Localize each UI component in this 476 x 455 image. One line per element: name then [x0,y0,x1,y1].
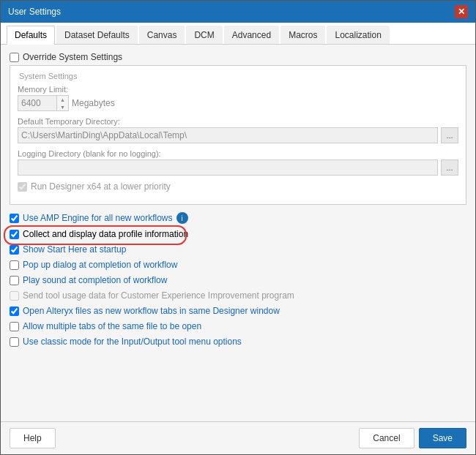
title-bar: User Settings ✕ [1,1,475,23]
close-button[interactable]: ✕ [455,5,468,18]
tab-bar: Defaults Dataset Defaults Canvas DCM Adv… [1,23,475,45]
log-dir-browse-button[interactable]: ... [441,159,458,176]
send-usage-row: Send tool usage data for Customer Experi… [10,290,466,301]
amp-engine-info-icon[interactable]: i [176,212,188,224]
open-alteryx-row: Open Alteryx files as new workflow tabs … [10,306,466,316]
cancel-button[interactable]: Cancel [359,428,414,448]
tab-dataset-defaults[interactable]: Dataset Defaults [56,26,138,44]
window-title: User Settings [8,7,61,17]
main-content: Override System Settings System Settings… [1,45,475,421]
show-start-here-checkbox[interactable] [10,245,19,255]
classic-mode-row: Use classic mode for the Input/Output to… [10,336,466,347]
temp-dir-input[interactable] [18,127,438,143]
play-sound-row: Play sound at completion of workflow [10,275,466,285]
log-dir-input[interactable] [18,159,438,176]
temp-dir-group: Default Temporary Directory: ... [18,117,458,143]
popup-completion-row: Pop up dialog at completion of workflow [10,260,466,270]
data-profile-label[interactable]: Collect and display data profile informa… [23,229,188,239]
system-settings-group: System Settings Memory Limit: ▲ ▼ Megaby… [10,65,466,205]
run-designer-row: Run Designer x64 at a lower priority [18,181,458,192]
classic-mode-checkbox[interactable] [10,337,19,347]
data-profile-row: Collect and display data profile informa… [10,229,466,239]
system-settings-legend: System Settings [18,72,458,80]
run-designer-checkbox[interactable] [18,182,27,192]
popup-completion-label[interactable]: Pop up dialog at completion of workflow [23,260,177,270]
multiple-tabs-label[interactable]: Allow multiple tabs of the same file to … [23,321,201,331]
log-dir-label: Logging Directory (blank for no logging)… [18,149,458,158]
log-dir-row: ... [18,159,458,176]
tab-macros[interactable]: Macros [280,26,325,44]
memory-spinbox[interactable]: ▲ ▼ [18,95,69,111]
multiple-tabs-row: Allow multiple tabs of the same file to … [10,321,466,331]
user-settings-window: User Settings ✕ Defaults Dataset Default… [0,0,476,455]
spinbox-up[interactable]: ▲ [57,96,68,103]
tab-canvas[interactable]: Canvas [139,26,185,44]
override-label[interactable]: Override System Settings [23,52,122,62]
tab-defaults[interactable]: Defaults [7,26,55,45]
multiple-tabs-checkbox[interactable] [10,322,19,331]
override-checkbox[interactable] [10,53,19,62]
memory-input[interactable] [18,96,56,110]
data-profile-checkbox[interactable] [10,230,19,239]
play-sound-checkbox[interactable] [10,276,19,285]
spinbox-down[interactable]: ▼ [57,103,68,110]
memory-limit-group: Memory Limit: ▲ ▼ Megabytes [18,85,458,111]
log-dir-group: Logging Directory (blank for no logging)… [18,149,458,176]
open-alteryx-label[interactable]: Open Alteryx files as new workflow tabs … [23,306,280,316]
amp-engine-checkbox[interactable] [10,214,19,223]
footer: Help Cancel Save [1,421,475,454]
send-usage-checkbox [10,291,19,301]
spinbox-arrows: ▲ ▼ [56,96,68,110]
footer-right: Cancel Save [359,428,466,448]
temp-dir-browse-button[interactable]: ... [441,127,458,143]
show-start-here-label[interactable]: Show Start Here at startup [23,244,126,255]
open-alteryx-checkbox[interactable] [10,307,19,316]
play-sound-label[interactable]: Play sound at completion of workflow [23,275,167,285]
tab-dcm[interactable]: DCM [186,26,222,44]
popup-completion-checkbox[interactable] [10,260,19,270]
send-usage-label: Send tool usage data for Customer Experi… [23,290,294,301]
classic-mode-label[interactable]: Use classic mode for the Input/Output to… [23,336,242,347]
tab-advanced[interactable]: Advanced [224,26,279,44]
show-start-here-row: Show Start Here at startup [10,244,466,255]
save-button[interactable]: Save [419,428,466,448]
amp-engine-label[interactable]: Use AMP Engine for all new workflows [23,213,173,223]
amp-engine-row: Use AMP Engine for all new workflows i [10,212,466,224]
memory-limit-label: Memory Limit: [18,85,458,94]
tab-localization[interactable]: Localization [327,26,389,44]
run-designer-label[interactable]: Run Designer x64 at a lower priority [31,181,171,192]
memory-limit-row: ▲ ▼ Megabytes [18,95,458,111]
memory-unit: Megabytes [72,98,115,108]
temp-dir-row: ... [18,127,458,143]
temp-dir-label: Default Temporary Directory: [18,117,458,126]
override-row: Override System Settings [10,52,466,62]
help-button[interactable]: Help [10,428,56,448]
